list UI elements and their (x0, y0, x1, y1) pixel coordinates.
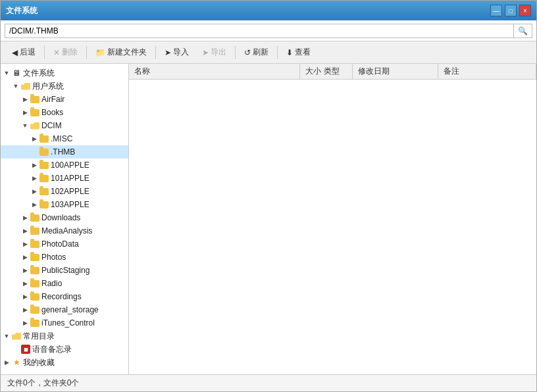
folder-icon-mediaanalysis (30, 226, 40, 235)
sidebar-item-100apple[interactable]: ▶ 100APPLE (1, 159, 128, 172)
sidebar-item-radio[interactable]: ▶ Radio (1, 277, 128, 290)
new-folder-button[interactable]: 📁 新建文件夹 (90, 44, 153, 61)
col-header-note[interactable]: 备注 (438, 64, 536, 79)
toolbar-sep-5 (277, 46, 278, 59)
close-button[interactable]: × (519, 5, 531, 16)
sidebar-item-airfair[interactable]: ▶ AirFair (1, 93, 128, 106)
sidebar-item-label-downloads: Downloads (41, 213, 80, 222)
sidebar-item-label-books: Books (41, 108, 63, 117)
sidebar-item-dcim[interactable]: ▼ DCIM (1, 119, 128, 132)
address-input[interactable] (5, 24, 514, 38)
window-title: 文件系统 (6, 5, 38, 16)
toolbar-sep-4 (235, 46, 236, 59)
import-button[interactable]: ➤ 导入 (159, 44, 195, 61)
sidebar-item-label-voicenotes: 语音备忘录 (32, 344, 72, 355)
address-bar: 🔍 (1, 20, 536, 41)
col-header-date[interactable]: 修改日期 (353, 64, 438, 79)
sidebar-item-favorites[interactable]: ▶ ★ 我的收藏 (1, 356, 128, 369)
sidebar-item-101apple[interactable]: ▶ 101APPLE (1, 172, 128, 185)
sidebar-item-voicenotes[interactable]: ▶ ◼ 语音备忘录 (1, 343, 128, 356)
col-type-label: 类型 (324, 66, 340, 77)
sidebar-item-102apple[interactable]: ▶ 102APPLE (1, 185, 128, 198)
folder-icon-misc (39, 134, 49, 143)
expand-icon-102apple: ▶ (30, 187, 39, 196)
expand-icon-favorites: ▶ (2, 358, 11, 367)
delete-icon: ✕ (53, 48, 60, 57)
folder-icon-radio (30, 279, 40, 288)
sidebar-item-label-photos: Photos (41, 253, 66, 262)
file-list: 名称 大小 类型 修改日期 备注 (129, 64, 536, 374)
expand-icon-commondir: ▼ (2, 331, 11, 341)
sidebar-item-photos[interactable]: ▶ Photos (1, 251, 128, 264)
sidebar-item-books[interactable]: ▶ Books (1, 106, 128, 119)
new-folder-label: 新建文件夹 (107, 47, 147, 58)
folder-icon-dcim (30, 121, 40, 130)
sidebar-item-general-storage[interactable]: ▶ general_storage (1, 303, 128, 316)
import-icon: ➤ (165, 48, 171, 57)
expand-icon-100apple: ▶ (30, 160, 39, 170)
col-header-name[interactable]: 名称 (129, 64, 300, 79)
sidebar-item-label-itunes-control: iTunes_Control (41, 318, 95, 328)
sidebar-item-publicstaging[interactable]: ▶ PublicStaging (1, 264, 128, 277)
sidebar-item-label-photodata: PhotoData (41, 239, 79, 249)
expand-icon-books: ▶ (20, 108, 30, 117)
sidebar-item-label-mediaanalysis: MediaAnalysis (41, 226, 92, 235)
expand-icon-photos: ▶ (20, 253, 30, 262)
sidebar-item-commondir[interactable]: ▼ 常用目录 (1, 330, 128, 343)
refresh-button[interactable]: ↺ 刷新 (238, 44, 274, 61)
back-icon: ◀ (12, 48, 18, 57)
sidebar-item-103apple[interactable]: ▶ 103APPLE (1, 198, 128, 211)
col-size-label: 大小 (305, 66, 321, 77)
special-icon-voicenotes: ◼ (20, 345, 31, 354)
sidebar-item-label-misc: .MISC (51, 134, 72, 143)
refresh-label: 刷新 (253, 47, 268, 58)
expand-icon-usersystem: ▼ (11, 82, 20, 91)
view-button[interactable]: ⬇ 查看 (280, 44, 317, 61)
sidebar-item-itunes-control[interactable]: ▶ iTunes_Control (1, 316, 128, 330)
folder-icon-airfair (30, 95, 40, 104)
toolbar-sep-2 (86, 46, 87, 59)
col-note-label: 备注 (444, 66, 459, 77)
sidebar-item-filesystem[interactable]: ▼ 🖥 文件系统 (1, 66, 128, 80)
star-icon-favorites: ★ (11, 358, 22, 367)
new-folder-icon: 📁 (95, 48, 105, 57)
toolbar-sep-1 (44, 46, 45, 59)
expand-icon-misc: ▶ (30, 134, 39, 143)
file-list-header: 名称 大小 类型 修改日期 备注 (129, 64, 536, 80)
sidebar-item-mediaanalysis[interactable]: ▶ MediaAnalysis (1, 224, 128, 237)
sidebar-item-label-thmb: .THMB (51, 147, 75, 157)
title-bar: 文件系统 — □ × (1, 1, 536, 20)
sidebar-item-misc[interactable]: ▶ .MISC (1, 132, 128, 145)
back-label: 后退 (20, 47, 36, 58)
status-bar: 文件0个，文件夹0个 (1, 374, 536, 391)
sidebar-item-label-radio: Radio (41, 279, 62, 288)
search-button[interactable]: 🔍 (514, 24, 532, 38)
import-label: 导入 (173, 47, 189, 58)
expand-icon-itunes-control: ▶ (20, 318, 30, 328)
sidebar-item-label-dcim: DCIM (41, 121, 62, 130)
sidebar-item-photodata[interactable]: ▶ PhotoData (1, 237, 128, 251)
export-button[interactable]: ➤ 导出 (196, 44, 232, 61)
expand-icon-mediaanalysis: ▶ (20, 226, 30, 235)
sidebar-item-thmb[interactable]: ▶ .THMB (1, 145, 128, 159)
sidebar-item-recordings[interactable]: ▶ Recordings (1, 290, 128, 303)
delete-button[interactable]: ✕ 删除 (47, 44, 84, 61)
folder-icon-usersystem (20, 82, 31, 91)
col-name-label: 名称 (134, 66, 150, 77)
sidebar-item-label-publicstaging: PublicStaging (41, 266, 90, 275)
folder-icon-itunes-control (30, 318, 40, 328)
sidebar-item-usersystem[interactable]: ▼ 用户系统 (1, 80, 128, 93)
expand-icon-airfair: ▶ (20, 95, 30, 104)
delete-label: 删除 (62, 47, 78, 58)
sidebar-item-downloads[interactable]: ▶ Downloads (1, 211, 128, 224)
minimize-button[interactable]: — (490, 5, 502, 16)
expand-icon-photodata: ▶ (20, 239, 30, 249)
computer-icon: 🖥 (11, 68, 22, 78)
sidebar-item-label-commondir: 常用目录 (23, 331, 55, 342)
back-button[interactable]: ◀ 后退 (6, 44, 41, 61)
col-header-size[interactable]: 大小 类型 (300, 64, 353, 79)
maximize-button[interactable]: □ (505, 5, 517, 16)
folder-icon-books (30, 108, 40, 117)
expand-icon-filesystem: ▼ (2, 68, 11, 78)
export-icon: ➤ (202, 48, 209, 57)
